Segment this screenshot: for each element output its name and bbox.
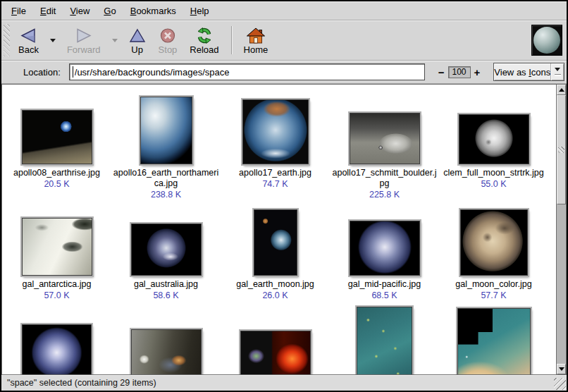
file-thumbnail[interactable] — [254, 209, 297, 276]
file-thumbnail[interactable] — [140, 97, 192, 164]
file-item[interactable]: gal_mid-pacific.jpg 68.5 K — [330, 208, 439, 319]
home-button[interactable]: Home — [237, 22, 275, 59]
file-item[interactable]: apollo16_earth_northamerica.jpg 238.8 K — [111, 97, 221, 208]
file-thumbnail[interactable] — [350, 113, 420, 164]
zoom-out-button[interactable]: − — [435, 67, 448, 78]
file-name[interactable]: gal_earth_moon.jpg — [236, 279, 314, 290]
file-thumbnail[interactable] — [357, 307, 412, 375]
scroll-up-button[interactable] — [557, 85, 566, 95]
file-item[interactable]: gal_moon_color.jpg 57.7 K — [439, 208, 548, 319]
file-name[interactable]: apollo16_earth_northamerica.jpg — [113, 168, 219, 189]
toolbar-drag-handle[interactable] — [4, 24, 10, 56]
file-size: 238.8 K — [151, 190, 181, 200]
reload-label: Reload — [190, 44, 218, 55]
file-item[interactable]: gal_earth_moon.jpg 26.0 K — [221, 208, 330, 319]
file-size: 68.5 K — [371, 290, 397, 300]
view-as-dropdown[interactable]: View as Icons — [493, 63, 564, 81]
file-thumbnail[interactable] — [22, 110, 92, 164]
vertical-scrollbar[interactable] — [556, 84, 567, 375]
menu-item[interactable]: View — [63, 3, 97, 19]
scroll-down-button[interactable] — [557, 364, 566, 374]
thumbnail-area — [140, 97, 192, 164]
file-size: 20.5 K — [44, 179, 69, 189]
thumbnail-area — [357, 319, 412, 375]
file-name[interactable]: apollo17_schmitt_boulder.jpg — [332, 168, 438, 189]
forward-label: Forward — [67, 44, 101, 55]
forward-icon — [75, 27, 93, 44]
menu-item[interactable]: File — [4, 3, 33, 19]
file-thumbnail[interactable] — [22, 218, 92, 276]
thumbnail-area — [459, 97, 529, 164]
window-resize-grip[interactable] — [554, 378, 566, 390]
throbber-frame — [531, 25, 562, 56]
file-size: 57.0 K — [44, 290, 69, 300]
file-thumbnail[interactable] — [350, 221, 420, 276]
file-name[interactable]: gal_antarctica.jpg — [23, 279, 92, 290]
file-item[interactable]: clem_full_moon_strtrk.jpg 55.0 K — [439, 97, 548, 208]
home-label: Home — [244, 44, 268, 55]
file-name[interactable]: gal_australia.jpg — [134, 279, 198, 290]
file-item[interactable]: gal_australia.jpg 58.6 K — [111, 208, 221, 319]
file-size: 57.7 K — [481, 290, 506, 300]
zoom-level-indicator[interactable]: 100 — [448, 66, 471, 78]
file-thumbnail[interactable] — [457, 308, 531, 375]
file-item[interactable] — [2, 319, 111, 375]
toolbar-separator — [231, 26, 232, 54]
back-history-dropdown[interactable] — [45, 22, 61, 59]
icon-view: apollo08_earthrise.jpg 20.5 K apollo16_e… — [1, 84, 556, 375]
content-area: apollo08_earthrise.jpg 20.5 K apollo16_e… — [1, 84, 567, 375]
file-thumbnail[interactable] — [459, 114, 529, 164]
menu-item[interactable]: Edit — [33, 3, 63, 19]
stop-label: Stop — [159, 44, 178, 55]
location-input[interactable] — [69, 63, 425, 80]
stop-button[interactable]: Stop — [152, 22, 184, 59]
forward-button[interactable]: Forward — [61, 22, 107, 59]
file-name[interactable]: apollo17_earth.jpg — [239, 168, 311, 178]
file-thumbnail[interactable] — [22, 324, 92, 375]
chevron-down-icon — [50, 39, 56, 45]
file-thumbnail[interactable] — [460, 209, 528, 276]
file-item[interactable] — [439, 319, 548, 375]
file-thumbnail[interactable] — [240, 331, 311, 375]
file-item[interactable]: apollo17_earth.jpg 74.7 K — [221, 97, 330, 208]
toolbar-spacer — [274, 22, 531, 59]
status-text: "space" selected (containing 29 items) — [7, 378, 554, 388]
toolbar: Back Forward Up Stop — [1, 20, 567, 61]
back-icon — [19, 27, 37, 44]
back-button[interactable]: Back — [12, 22, 45, 59]
file-item[interactable] — [330, 319, 439, 375]
thumbnail-area — [460, 208, 528, 276]
file-name[interactable]: clem_full_moon_strtrk.jpg — [443, 168, 543, 178]
file-name[interactable]: gal_mid-pacific.jpg — [348, 279, 421, 290]
file-item[interactable]: apollo08_earthrise.jpg 20.5 K — [2, 97, 111, 208]
reload-button[interactable]: Reload — [183, 22, 225, 59]
up-icon — [129, 27, 146, 44]
location-bar: Location: − 100 + View as Icons — [1, 61, 567, 84]
thumbnail-area — [22, 97, 92, 164]
text-cursor — [73, 66, 73, 78]
file-name[interactable]: apollo08_earthrise.jpg — [13, 168, 100, 178]
file-size: 26.0 K — [262, 290, 288, 300]
menu-item[interactable]: Bookmarks — [123, 3, 183, 19]
menu-item[interactable]: Help — [183, 3, 216, 19]
location-label: Location: — [23, 67, 61, 78]
scrollbar-thumb[interactable] — [557, 95, 566, 204]
back-label: Back — [18, 44, 39, 55]
thumbnail-area — [350, 208, 420, 276]
file-thumbnail[interactable] — [131, 223, 202, 276]
file-name[interactable]: gal_moon_color.jpg — [455, 279, 531, 290]
file-item[interactable] — [111, 319, 221, 375]
forward-history-dropdown[interactable] — [107, 22, 123, 59]
zoom-in-button[interactable]: + — [471, 67, 484, 78]
file-item[interactable]: gal_antarctica.jpg 57.0 K — [2, 208, 111, 319]
file-item[interactable] — [221, 319, 330, 375]
scrollbar-trough[interactable] — [557, 95, 566, 364]
file-item[interactable]: apollo17_schmitt_boulder.jpg 225.8 K — [330, 97, 439, 208]
dropdown-ridge — [555, 75, 561, 76]
up-button[interactable]: Up — [123, 22, 152, 59]
thumbnail-area — [242, 97, 309, 164]
file-thumbnail[interactable] — [131, 329, 202, 375]
chevron-down-icon — [555, 68, 560, 74]
menu-item[interactable]: Go — [97, 3, 123, 19]
file-thumbnail[interactable] — [242, 99, 309, 164]
